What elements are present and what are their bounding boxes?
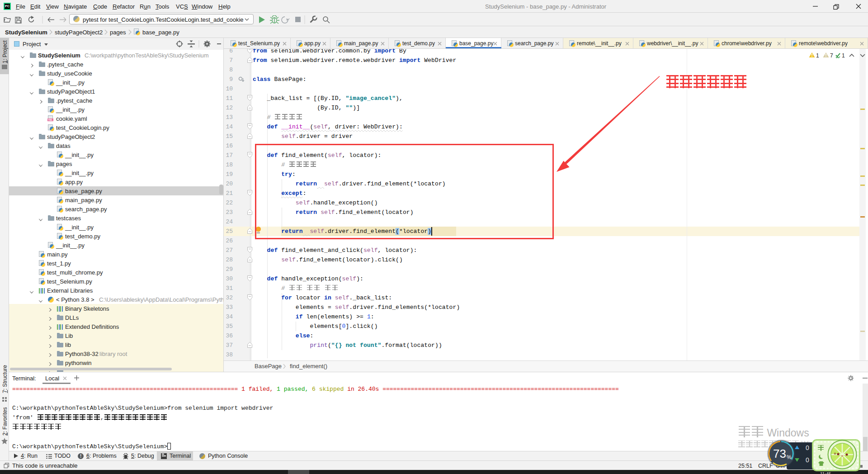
svg-text:73: 73 xyxy=(773,447,786,460)
svg-text:7: 7 xyxy=(830,52,833,59)
svg-text:%: % xyxy=(787,454,792,460)
svg-text:1: 1 xyxy=(842,52,845,59)
svg-text:1: 1 xyxy=(816,52,819,59)
